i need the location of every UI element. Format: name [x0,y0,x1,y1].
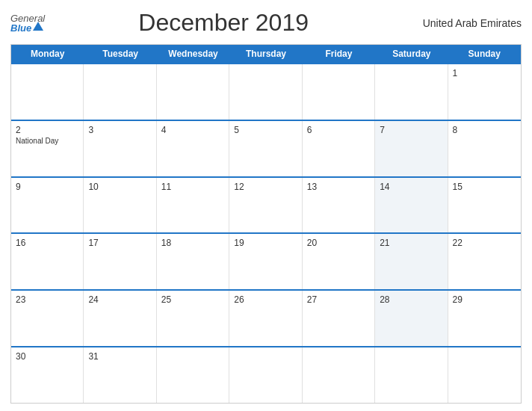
weekday-header: Friday [303,45,375,63]
day-number: 3 [88,125,151,135]
calendar-week: 3031 [11,346,521,403]
day-number: 17 [88,238,151,248]
calendar-week: 9101112131415 [11,176,521,233]
calendar-cell [303,64,375,120]
weekday-header: Thursday [229,45,302,63]
logo-triangle-icon [33,22,43,31]
day-number: 11 [161,182,224,192]
weekday-header: Sunday [448,45,521,63]
calendar-header: MondayTuesdayWednesdayThursdayFridaySatu… [11,45,521,63]
day-number: 23 [16,294,78,305]
day-number: 29 [453,294,516,305]
day-number: 13 [307,182,370,192]
day-number: 15 [453,182,516,192]
calendar-cell: 27 [303,291,375,346]
calendar-cell: 5 [229,121,302,176]
calendar-cell: 28 [375,291,448,346]
calendar-cell: 11 [157,178,229,233]
calendar-cell [84,64,156,120]
day-number: 4 [161,125,224,135]
day-number: 14 [380,182,442,192]
day-number: 28 [380,294,442,305]
day-number: 6 [307,125,370,135]
day-number: 5 [234,125,297,135]
calendar-cell: 18 [157,234,229,289]
logo: General Blue [10,13,45,33]
calendar-cell: 15 [448,178,521,233]
calendar-week: 16171819202122 [11,232,521,289]
day-number: 30 [16,351,78,362]
calendar-cell [448,347,521,403]
calendar-cell: 23 [11,291,84,346]
calendar-cell [375,64,448,120]
page: General Blue December 2019 United Arab E… [0,0,532,411]
calendar-week: 23242526272829 [11,289,521,346]
calendar-body: 12National Day34567891011121314151617181… [11,63,521,403]
country-label: United Arab Emirates [402,17,522,29]
calendar-cell: 17 [84,234,156,289]
calendar-cell: 10 [84,178,156,233]
calendar-cell: 24 [84,291,156,346]
calendar-cell: 3 [84,121,156,176]
day-number: 9 [16,182,78,192]
month-title: December 2019 [45,9,402,37]
calendar: MondayTuesdayWednesdayThursdayFridaySatu… [10,44,522,404]
calendar-cell: 8 [448,121,521,176]
calendar-cell: 9 [11,178,84,233]
calendar-cell [375,347,448,403]
weekday-header: Saturday [375,45,448,63]
calendar-cell: 25 [157,291,229,346]
calendar-week: 1 [11,63,521,120]
weekday-header: Monday [11,45,84,63]
weekday-header: Tuesday [84,45,156,63]
calendar-cell: 31 [84,347,156,403]
day-number: 21 [380,238,442,248]
calendar-cell [229,64,302,120]
calendar-cell [157,64,229,120]
calendar-cell: 12 [229,178,302,233]
day-number: 18 [161,238,224,248]
calendar-cell: 13 [303,178,375,233]
calendar-cell: 7 [375,121,448,176]
header: General Blue December 2019 United Arab E… [10,9,522,37]
calendar-cell: 14 [375,178,448,233]
day-number: 19 [234,238,297,248]
calendar-cell: 26 [229,291,302,346]
day-number: 27 [307,294,370,305]
calendar-cell: 29 [448,291,521,346]
day-number: 22 [453,238,516,248]
calendar-cell: 1 [448,64,521,120]
calendar-cell: 20 [303,234,375,289]
day-number: 7 [380,125,442,135]
calendar-cell [229,347,302,403]
day-number: 25 [161,294,224,305]
day-number: 31 [88,351,151,362]
day-number: 8 [453,125,516,135]
calendar-cell [157,347,229,403]
calendar-cell: 4 [157,121,229,176]
calendar-cell: 21 [375,234,448,289]
day-number: 12 [234,182,297,192]
day-number: 16 [16,238,78,248]
calendar-cell: 19 [229,234,302,289]
calendar-cell: 22 [448,234,521,289]
calendar-cell: 16 [11,234,84,289]
day-number: 26 [234,294,297,305]
calendar-cell: 2National Day [11,121,84,176]
calendar-cell: 6 [303,121,375,176]
day-event: National Day [16,137,78,145]
day-number: 2 [16,125,78,135]
logo-blue-text: Blue [10,23,31,33]
calendar-cell [303,347,375,403]
calendar-cell [11,64,84,120]
weekday-header: Wednesday [157,45,229,63]
day-number: 24 [88,294,151,305]
day-number: 10 [88,182,151,192]
calendar-week: 2National Day345678 [11,120,521,176]
calendar-cell: 30 [11,347,84,403]
day-number: 20 [307,238,370,248]
day-number: 1 [453,68,516,78]
